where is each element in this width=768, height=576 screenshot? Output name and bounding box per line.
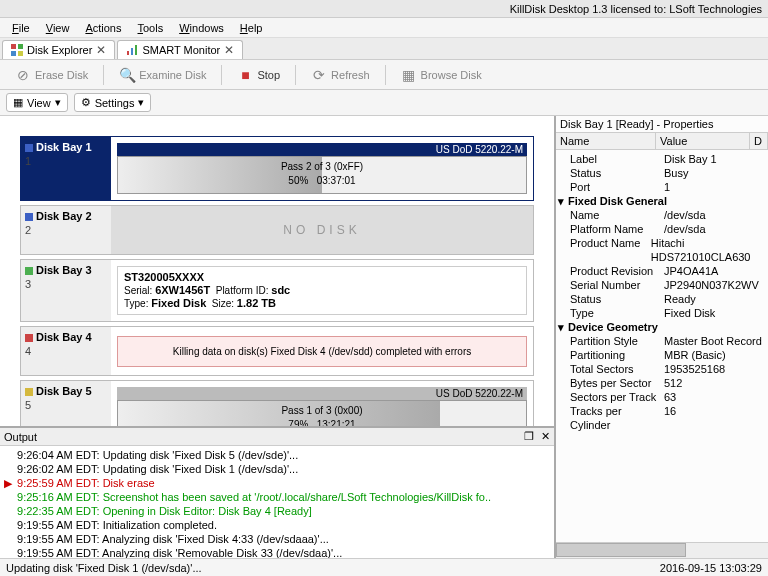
- progress-text: Pass 1 of 3 (0x00)79% 13:21:21: [118, 404, 526, 426]
- output-title: Output: [4, 431, 37, 443]
- settings-dropdown[interactable]: ⚙ Settings ▾: [74, 93, 152, 112]
- error-message: Killing data on disk(s) Fixed Disk 4 (/d…: [117, 336, 527, 367]
- group-label: Device Geometry: [568, 320, 658, 334]
- bay-name: Disk Bay 3: [36, 264, 92, 276]
- col-value[interactable]: Value: [656, 133, 750, 149]
- output-log[interactable]: 9:26:04 AM EDT: Updating disk 'Fixed Dis…: [0, 446, 554, 558]
- output-header: Output ❐ ✕: [0, 428, 554, 446]
- property-row: Product RevisionJP4OA41A: [556, 264, 768, 278]
- property-key: Name: [570, 208, 664, 222]
- tab-disk-explorer[interactable]: Disk Explorer ✕: [2, 40, 115, 59]
- output-controls: ❐ ✕: [524, 430, 550, 443]
- menu-help[interactable]: Help: [232, 20, 271, 36]
- stop-button[interactable]: ■Stop: [228, 63, 289, 87]
- property-value: MBR (Basic): [664, 348, 726, 362]
- properties-columns: Name Value D: [556, 132, 768, 150]
- tab-smart-monitor[interactable]: SMART Monitor ✕: [117, 40, 243, 59]
- property-row: Tracks per Cylinder16: [556, 404, 768, 432]
- property-value: 63: [664, 390, 676, 404]
- disk-bay-4[interactable]: Disk Bay 44Killing data on disk(s) Fixed…: [20, 326, 534, 376]
- status-square-icon: [25, 388, 33, 396]
- svg-rect-5: [131, 48, 133, 55]
- disk-bay-1[interactable]: Disk Bay 11US DoD 5220.22-MPass 2 of 3 (…: [20, 136, 534, 201]
- property-key: Sectors per Track: [570, 390, 664, 404]
- property-value: 512: [664, 376, 682, 390]
- disk-bay-2[interactable]: Disk Bay 22NO DISK: [20, 205, 534, 255]
- browse-disk-button[interactable]: ▦Browse Disk: [392, 63, 491, 87]
- disk-bay-5[interactable]: Disk Bay 55US DoD 5220.22-MPass 1 of 3 (…: [20, 380, 534, 426]
- gear-icon: ⚙: [81, 96, 91, 109]
- stop-icon: ■: [237, 67, 253, 83]
- toolbar-secondary: ▦ View ▾ ⚙ Settings ▾: [0, 90, 768, 116]
- close-icon[interactable]: ✕: [224, 43, 234, 57]
- status-square-icon: [25, 144, 33, 152]
- property-row: TypeFixed Disk: [556, 306, 768, 320]
- refresh-icon: ⟳: [311, 67, 327, 83]
- property-key: Product Revision: [570, 264, 664, 278]
- horizontal-scrollbar[interactable]: [556, 542, 768, 558]
- property-group[interactable]: ▾Fixed Disk General: [556, 194, 768, 208]
- disk-bay-3[interactable]: Disk Bay 33ST320005XXXXSerial: 6XW1456T …: [20, 259, 534, 322]
- window-icon[interactable]: ❐: [524, 430, 534, 442]
- svg-rect-6: [135, 45, 137, 55]
- property-row: Bytes per Sector512: [556, 376, 768, 390]
- view-dropdown[interactable]: ▦ View ▾: [6, 93, 68, 112]
- property-row: StatusBusy: [556, 166, 768, 180]
- menu-windows[interactable]: Windows: [171, 20, 232, 36]
- property-row: StatusReady: [556, 292, 768, 306]
- status-square-icon: [25, 267, 33, 275]
- bay-header: Disk Bay 33: [21, 260, 111, 321]
- progress-block: US DoD 5220.22-MPass 1 of 3 (0x00)79% 13…: [117, 387, 527, 426]
- refresh-button[interactable]: ⟳Refresh: [302, 63, 379, 87]
- bay-header: Disk Bay 55: [21, 381, 111, 426]
- chevron-down-icon: ▾: [138, 96, 144, 109]
- close-icon[interactable]: ✕: [96, 43, 106, 57]
- property-key: Type: [570, 306, 664, 320]
- property-value: 1: [664, 180, 670, 194]
- disk-info: ST320005XXXXSerial: 6XW1456T Platform ID…: [117, 266, 527, 315]
- col-name[interactable]: Name: [556, 133, 656, 149]
- log-line: 9:19:55 AM EDT: Analyzing disk 'Removabl…: [4, 546, 550, 558]
- property-key: Tracks per Cylinder: [570, 404, 664, 432]
- toolbar: ⊘Erase Disk 🔍Examine Disk ■Stop ⟳Refresh…: [0, 60, 768, 90]
- bay-header: Disk Bay 44: [21, 327, 111, 375]
- status-square-icon: [25, 334, 33, 342]
- property-key: Total Sectors: [570, 362, 664, 376]
- bay-body: NO DISK: [111, 206, 533, 254]
- window-title: KillDisk Desktop 1.3 licensed to: LSoft …: [510, 3, 762, 15]
- property-key: Partitioning: [570, 348, 664, 362]
- menu-view[interactable]: View: [38, 20, 78, 36]
- separator: [221, 65, 222, 85]
- separator: [103, 65, 104, 85]
- col-d[interactable]: D: [750, 133, 768, 149]
- property-key: Serial Number: [570, 278, 664, 292]
- bay-number: 4: [25, 345, 31, 357]
- examine-disk-button[interactable]: 🔍Examine Disk: [110, 63, 215, 87]
- svg-rect-2: [11, 51, 16, 56]
- erase-disk-button[interactable]: ⊘Erase Disk: [6, 63, 97, 87]
- property-value: 16: [664, 404, 676, 432]
- view-icon: ▦: [13, 96, 23, 109]
- property-row: Serial NumberJP2940N037K2WV: [556, 278, 768, 292]
- scrollbar-thumb[interactable]: [556, 543, 686, 557]
- menu-file[interactable]: File: [4, 20, 38, 36]
- properties-body: LabelDisk Bay 1StatusBusyPort1▾Fixed Dis…: [556, 150, 768, 542]
- erase-icon: ⊘: [15, 67, 31, 83]
- menu-actions[interactable]: Actions: [77, 20, 129, 36]
- property-key: Status: [570, 166, 664, 180]
- group-label: Fixed Disk General: [568, 194, 667, 208]
- bay-number: 5: [25, 399, 31, 411]
- bay-number: 2: [25, 224, 31, 236]
- close-icon[interactable]: ✕: [541, 430, 550, 442]
- disclosure-triangle-icon: ▾: [558, 194, 568, 208]
- property-group[interactable]: ▾Device Geometry: [556, 320, 768, 334]
- tab-label: SMART Monitor: [142, 44, 220, 56]
- property-row: LabelDisk Bay 1: [556, 152, 768, 166]
- main-area: Disk Bay 11US DoD 5220.22-MPass 2 of 3 (…: [0, 116, 768, 558]
- statusbar: Updating disk 'Fixed Disk 1 (/dev/sda)'.…: [0, 558, 768, 576]
- menu-tools[interactable]: Tools: [130, 20, 172, 36]
- log-line: ▶ 9:25:59 AM EDT: Disk erase: [4, 476, 550, 490]
- property-key: Platform Name: [570, 222, 664, 236]
- property-row: Partition StyleMaster Boot Record: [556, 334, 768, 348]
- svg-rect-4: [127, 51, 129, 55]
